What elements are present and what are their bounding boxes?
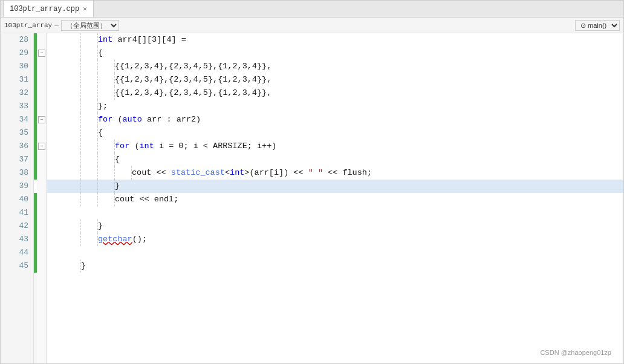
- fold-gutter-cell: [37, 126, 47, 140]
- code-token: {: [115, 153, 120, 166]
- fold-gutter-cell: [37, 60, 47, 73]
- line-number: 32: [1, 86, 33, 100]
- indent-spacer: [47, 180, 115, 193]
- fold-gutter-cell: [37, 86, 47, 100]
- code-token: int: [98, 33, 112, 47]
- code-token: >(arr[i]) <<: [244, 166, 308, 180]
- code-token: (: [112, 113, 122, 126]
- toolbar-bar: 103ptr_array — （全局范围） ⊙ main(): [1, 18, 623, 33]
- code-line: cout << endl;: [47, 193, 623, 206]
- indent-spacer: [47, 73, 115, 87]
- code-line: }: [47, 219, 623, 233]
- fold-gutter: −−−: [37, 33, 47, 363]
- scope-select[interactable]: （全局范围）: [61, 20, 119, 31]
- code-line: {{1,2,3,4},{2,3,4,5},{1,2,3,4}},: [47, 86, 623, 100]
- fold-gutter-cell: −: [37, 140, 47, 153]
- line-number: 41: [1, 206, 33, 219]
- code-lines: int arr4[][3][4] ={{{1,2,3,4},{2,3,4,5},…: [47, 33, 623, 363]
- code-line: {: [47, 126, 623, 140]
- fold-gutter-cell: [37, 180, 47, 193]
- code-token: int: [140, 140, 154, 153]
- fold-button[interactable]: −: [38, 50, 45, 57]
- fold-gutter-cell: [37, 193, 47, 206]
- fold-gutter-cell: −: [37, 47, 47, 60]
- code-token: getchar: [98, 233, 132, 246]
- code-line: {: [47, 47, 623, 60]
- fold-gutter-cell: [37, 100, 47, 113]
- line-number: 37: [1, 153, 33, 166]
- line-numbers: 282930313233343536373839404142434445: [1, 33, 34, 363]
- indent-spacer: [47, 259, 81, 273]
- indent-spacer: [47, 219, 98, 233]
- code-token: {{1,2,3,4},{2,3,4,5},{1,2,3,4}},: [115, 86, 271, 100]
- tab-close-button[interactable]: ✕: [83, 5, 87, 13]
- fold-gutter-cell: [37, 246, 47, 259]
- code-token: i = 0; i < ARRSIZE; i++): [154, 140, 277, 153]
- fold-gutter-cell: [37, 73, 47, 86]
- fold-gutter-cell: −: [37, 113, 47, 126]
- code-line: {{1,2,3,4},{2,3,4,5},{1,2,3,4}},: [47, 60, 623, 73]
- indent-spacer: [47, 60, 115, 74]
- code-token: arr : arr2): [142, 113, 201, 126]
- code-line: {{1,2,3,4},{2,3,4,5},{1,2,3,4}},: [47, 73, 623, 86]
- code-token: << flush;: [323, 166, 372, 180]
- code-line: [47, 206, 623, 219]
- line-number: 31: [1, 73, 33, 86]
- code-token: ();: [132, 233, 147, 246]
- code-line: }: [47, 180, 623, 193]
- code-line: getchar();: [47, 233, 623, 246]
- code-token: <: [225, 166, 230, 180]
- code-token: for: [115, 140, 129, 153]
- indent-spacer: [47, 47, 98, 60]
- indent-spacer: [47, 233, 98, 247]
- code-token: " ": [308, 166, 323, 180]
- fold-gutter-cell: [37, 259, 47, 273]
- line-number: 34: [1, 113, 33, 126]
- code-token: auto: [123, 113, 142, 126]
- fold-button[interactable]: −: [38, 143, 45, 150]
- fold-gutter-cell: [37, 233, 47, 246]
- code-token: (: [129, 140, 139, 153]
- code-token: {: [98, 126, 103, 140]
- line-number: 44: [1, 246, 33, 259]
- code-token: {{1,2,3,4},{2,3,4,5},{1,2,3,4}},: [115, 73, 271, 86]
- nav-select[interactable]: ⊙ main(): [575, 20, 620, 31]
- fold-gutter-cell: [37, 219, 47, 233]
- code-token: }: [81, 259, 86, 273]
- line-number: 28: [1, 33, 33, 47]
- code-token: <<: [151, 166, 171, 180]
- fold-gutter-cell: [37, 33, 47, 47]
- code-token: }: [98, 219, 103, 233]
- line-number: 30: [1, 60, 33, 73]
- code-line: for (auto arr : arr2): [47, 113, 623, 126]
- code-token: {: [98, 47, 103, 60]
- indent-spacer: [47, 113, 98, 127]
- editor-window: 103ptr_array.cpp ✕ 103ptr_array — （全局范围）…: [0, 0, 624, 364]
- line-number: 38: [1, 166, 33, 180]
- code-area: 282930313233343536373839404142434445 −−−…: [1, 33, 623, 363]
- line-number: 40: [1, 193, 33, 206]
- code-token: cout: [132, 166, 151, 180]
- fold-gutter-cell: [37, 153, 47, 166]
- code-line: {: [47, 153, 623, 166]
- code-token: int: [230, 166, 244, 180]
- code-line: for (int i = 0; i < ARRSIZE; i++): [47, 140, 623, 153]
- code-token: };: [98, 100, 108, 113]
- indent-spacer: [47, 140, 115, 154]
- line-number: 42: [1, 219, 33, 233]
- indent-spacer: [47, 86, 115, 100]
- fold-button[interactable]: −: [38, 116, 45, 123]
- indent-spacer: [47, 166, 132, 180]
- line-number: 29: [1, 47, 33, 60]
- line-number: 39: [1, 180, 33, 193]
- fold-gutter-cell: [37, 206, 47, 219]
- indent-spacer: [47, 126, 98, 140]
- indent-spacer: [47, 100, 98, 114]
- code-line: };: [47, 100, 623, 113]
- code-token: << endl;: [134, 193, 178, 206]
- line-number: 45: [1, 259, 33, 273]
- code-line: [47, 246, 623, 259]
- tab-filename: 103ptr_array.cpp: [10, 5, 79, 13]
- file-tab[interactable]: 103ptr_array.cpp ✕: [3, 1, 94, 17]
- code-token: {{1,2,3,4},{2,3,4,5},{1,2,3,4}},: [115, 60, 271, 73]
